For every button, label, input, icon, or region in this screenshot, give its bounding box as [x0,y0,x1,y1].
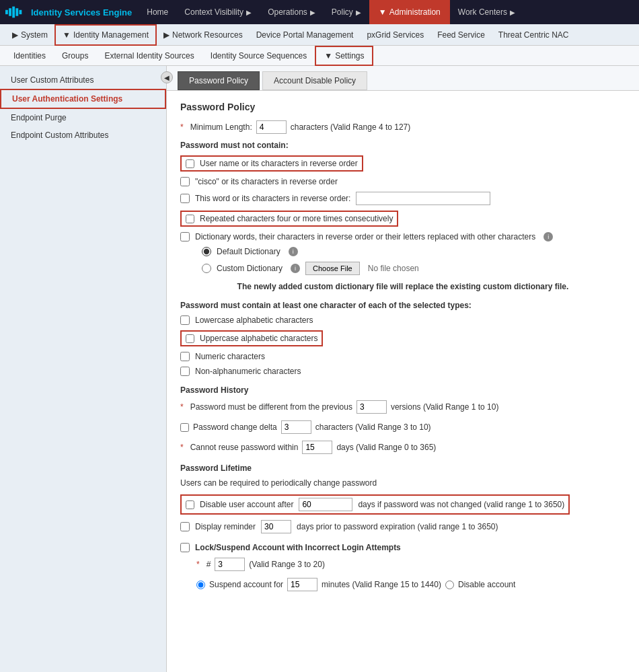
collapse-button[interactable]: ◀ [161,71,173,83]
third-navigation: Identities Groups External Identity Sour… [0,46,639,66]
numeric-label: Numeric characters [195,352,265,361]
password-lifetime-title: Password Lifetime [180,463,626,473]
nav2-network-resources[interactable]: ▶ Network Resources [157,24,250,46]
hash-star: * [196,560,200,569]
nav3-identity-sequences[interactable]: Identity Source Sequences [202,46,315,66]
must-not-contain-title: Password must not contain: [180,141,626,150]
disable-account-radio[interactable] [445,581,454,589]
nav-context-visibility-arrow: ▶ [246,9,252,16]
password-history-title: Password History [180,385,626,395]
lowercase-checkbox[interactable] [180,315,190,325]
content-body: Password Policy * Minimum Length: charac… [167,91,639,609]
nav2-device-portal[interactable]: Device Portal Management [250,24,361,46]
nav2-system-arrow: ▶ [12,30,18,40]
different-versions-row: * Password must be different from the pr… [180,400,626,414]
nav3-groups[interactable]: Groups [54,46,96,66]
cisco-logo: Identity Services Engine [5,5,132,19]
custom-dictionary-radio[interactable] [202,264,211,273]
username-reverse-checkbox[interactable] [186,159,194,168]
min-length-suffix: characters (Valid Range 4 to 127) [291,122,411,132]
non-alphanumeric-row: Non-alphanumeric characters [180,367,626,376]
repeated-chars-checkbox[interactable] [186,215,194,223]
display-reminder-row: Display reminder days prior to password … [180,520,626,533]
lowercase-label: Lowercase alphabetic characters [195,315,313,325]
tab-account-disable-policy[interactable]: Account Disable Policy [262,71,367,90]
nav3-settings-arrow: ▼ [324,51,332,61]
policy-tabs: Password Policy Account Disable Policy [167,66,639,91]
non-alphanumeric-checkbox[interactable] [180,367,190,376]
display-reminder-checkbox[interactable] [180,522,190,531]
nav-policy[interactable]: Policy ▶ [324,0,369,24]
change-delta-label2: characters (Valid Range 3 to 10) [315,422,431,432]
change-delta-checkbox[interactable] [180,423,189,432]
display-reminder-input[interactable] [261,520,291,533]
nav-administration-arrow-left: ▼ [379,7,387,17]
custom-dict-info-icon[interactable]: i [291,264,300,273]
reuse-label1: Cannot reuse password within [190,443,299,452]
min-length-input[interactable] [256,120,287,134]
suspend-input[interactable] [287,578,317,591]
nav2-network-resources-arrow: ▶ [163,30,170,40]
nav2-threat-centric[interactable]: Threat Centric NAC [492,24,576,46]
word-reverse-checkbox[interactable] [180,194,190,203]
sidebar-item-endpoint-custom-attributes[interactable]: Endpoint Custom Attributes [0,126,166,144]
word-reverse-input[interactable] [356,192,490,205]
default-dict-info-icon[interactable]: i [289,247,298,256]
nav2-system[interactable]: ▶ System [5,24,54,46]
min-length-required-star: * [180,122,184,132]
nav2-identity-management[interactable]: ▼ Identity Management [54,24,157,46]
minimum-length-row: * Minimum Length: characters (Valid Rang… [180,120,626,134]
nav-administration[interactable]: ▼ Administration [369,0,450,24]
nav-work-centers[interactable]: Work Centers ▶ [450,0,523,24]
nav-home[interactable]: Home [139,0,176,24]
cisco-reverse-checkbox[interactable] [180,177,190,186]
nav-operations[interactable]: Operations ▶ [260,0,324,24]
hash-range: (Valid Range 3 to 20) [249,560,325,569]
suspend-radio[interactable] [196,581,205,589]
suspend-unit: minutes (Valid Range 15 to 1440) [322,580,441,589]
disable-account-label: Disable account [458,580,515,589]
reuse-within-input[interactable] [302,441,332,454]
nav3-identities[interactable]: Identities [5,46,54,66]
sidebar-item-user-authentication-settings[interactable]: User Authentication Settings [0,89,166,109]
sidebar-item-user-custom-attributes[interactable]: User Custom Attributes [0,71,166,89]
disable-after-checkbox[interactable] [186,500,194,509]
app-title: Identity Services Engine [31,7,132,17]
top-nav-links: Home Context Visibility ▶ Operations ▶ P… [139,0,523,24]
reuse-star: * [180,443,184,452]
nav2-pxgrid[interactable]: pxGrid Services [360,24,430,46]
numeric-checkbox[interactable] [180,352,190,361]
hash-input[interactable] [215,558,245,571]
nav-policy-arrow: ▶ [356,9,361,16]
username-reverse-label: User name or its characters in reverse o… [200,159,358,168]
dictionary-info-icon[interactable]: i [543,232,553,241]
nav3-settings[interactable]: ▼ Settings [315,46,373,66]
must-contain-title: Password must contain at least one chara… [180,301,626,310]
display-reminder-label1: Display reminder [195,522,256,531]
non-alphanumeric-label: Non-alphanumeric characters [195,367,301,376]
sidebar-item-endpoint-purge[interactable]: Endpoint Purge [0,109,166,126]
repeated-chars-label: Repeated characters four or more times c… [200,214,393,223]
svg-rect-4 [19,10,22,14]
tab-password-policy[interactable]: Password Policy [178,71,260,90]
nav-context-visibility[interactable]: Context Visibility ▶ [176,0,260,24]
uppercase-row: Uppercase alphabetic characters [180,330,323,346]
suspend-row: Suspend account for minutes (Valid Range… [196,578,626,591]
nav2-feed-service[interactable]: Feed Service [430,24,492,46]
nav3-external-identity[interactable]: External Identity Sources [96,46,202,66]
numeric-row: Numeric characters [180,352,626,361]
disable-after-input[interactable] [299,498,352,511]
diff-versions-label2: versions (Valid Range 1 to 10) [391,402,499,412]
dictionary-words-checkbox[interactable] [180,232,190,241]
lifetime-description: Users can be required to periodically ch… [180,478,626,488]
reuse-within-row: * Cannot reuse password within days (Val… [180,441,626,454]
no-file-text: No file chosen [368,264,419,273]
diff-versions-input[interactable] [356,400,387,414]
choose-file-button[interactable]: Choose File [305,262,360,275]
change-delta-input[interactable] [281,420,311,434]
custom-dictionary-row: Custom Dictionary i Choose File No file … [202,262,626,275]
uppercase-checkbox[interactable] [186,334,194,343]
default-dictionary-radio[interactable] [202,247,211,256]
lock-suspend-checkbox[interactable] [180,543,190,552]
main-layout: ◀ User Custom Attributes User Authentica… [0,66,639,672]
